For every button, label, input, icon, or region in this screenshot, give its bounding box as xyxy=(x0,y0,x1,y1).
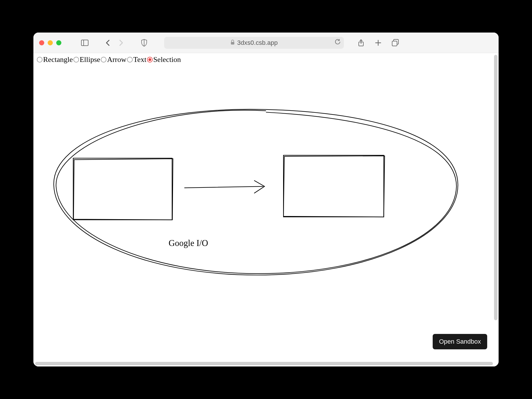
forward-button[interactable] xyxy=(116,38,126,48)
new-tab-icon[interactable] xyxy=(373,38,383,48)
radio-icon xyxy=(101,57,106,63)
svg-rect-8 xyxy=(392,41,397,46)
rectangle-shape-left[interactable] xyxy=(73,158,173,220)
address-bar[interactable]: 3dxs0.csb.app xyxy=(164,37,344,49)
close-window-button[interactable] xyxy=(39,40,44,45)
back-button[interactable] xyxy=(102,38,113,48)
arrow-shape[interactable] xyxy=(185,181,265,193)
right-toolbar-icons xyxy=(356,38,400,48)
tool-selection[interactable]: Selection xyxy=(147,55,181,64)
svg-rect-10 xyxy=(283,155,384,217)
radio-icon xyxy=(147,57,153,63)
tool-arrow[interactable]: Arrow xyxy=(101,55,126,64)
tool-label: Rectangle xyxy=(43,55,73,64)
svg-rect-0 xyxy=(81,40,88,46)
sidebar-toggle-icon[interactable] xyxy=(80,38,90,48)
radio-icon xyxy=(37,57,43,63)
open-sandbox-button[interactable]: Open Sandbox xyxy=(433,334,487,349)
svg-line-11 xyxy=(185,186,263,188)
tool-text[interactable]: Text xyxy=(127,55,146,64)
tool-rectangle[interactable]: Rectangle xyxy=(37,55,73,64)
tool-ellipse[interactable]: Ellipse xyxy=(73,55,100,64)
url-text: 3dxs0.csb.app xyxy=(237,39,278,47)
page-content: Rectangle Ellipse Arrow Text Selection xyxy=(33,53,499,366)
tool-label: Arrow xyxy=(107,55,126,64)
tool-label: Ellipse xyxy=(80,55,100,64)
tabs-overview-icon[interactable] xyxy=(390,38,400,48)
browser-window: 3dxs0.csb.app xyxy=(33,33,499,366)
rectangle-shape-right[interactable] xyxy=(283,155,385,217)
tool-radio-row: Rectangle Ellipse Arrow Text Selection xyxy=(33,53,499,66)
traffic-lights xyxy=(39,40,61,45)
open-sandbox-label: Open Sandbox xyxy=(439,338,481,345)
shield-icon[interactable] xyxy=(139,38,149,48)
svg-rect-9 xyxy=(73,158,172,220)
svg-rect-3 xyxy=(231,42,234,45)
reload-icon[interactable] xyxy=(335,39,340,47)
horizontal-scrollbar[interactable] xyxy=(35,362,493,365)
drawing-canvas[interactable]: Google I/O xyxy=(33,67,499,366)
tool-label: Text xyxy=(133,55,146,64)
lock-icon xyxy=(230,40,235,46)
radio-icon xyxy=(73,57,79,63)
tool-label: Selection xyxy=(153,55,181,64)
radio-icon xyxy=(127,57,133,63)
vertical-scrollbar[interactable] xyxy=(494,55,497,320)
canvas-text-label[interactable]: Google I/O xyxy=(169,238,208,248)
share-icon[interactable] xyxy=(356,38,366,48)
titlebar: 3dxs0.csb.app xyxy=(33,33,499,53)
minimize-window-button[interactable] xyxy=(48,40,53,45)
maximize-window-button[interactable] xyxy=(56,40,61,45)
